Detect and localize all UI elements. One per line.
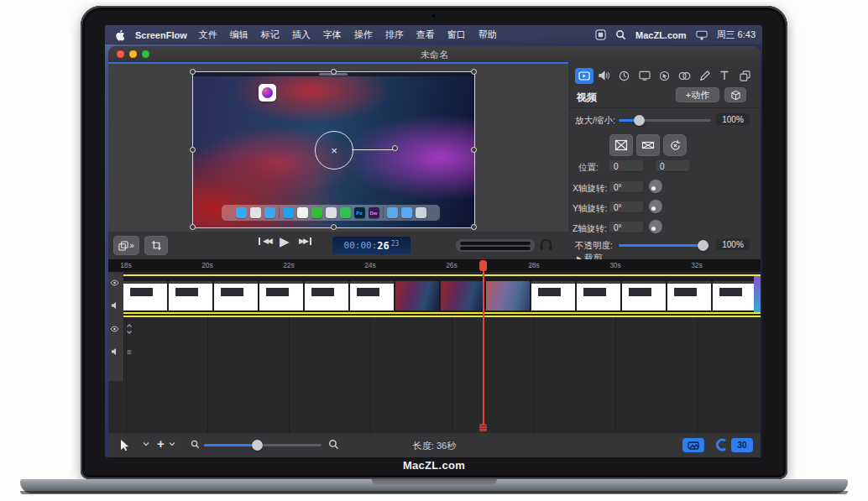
menu-item-4[interactable]: 字体 — [323, 29, 342, 41]
previous-frame-button[interactable]: ◀◀ — [259, 237, 271, 245]
crop-tool-button[interactable] — [144, 236, 168, 255]
inspector-tab-video-motion-icon[interactable] — [615, 68, 634, 84]
chrome-icon — [297, 207, 308, 218]
video-preview[interactable]: PsDw × — [193, 72, 474, 227]
canvas-area[interactable]: PsDw × — [108, 62, 568, 233]
menu-item-8[interactable]: 窗口 — [447, 29, 466, 41]
ruler-tick-28s: 28s — [528, 261, 540, 269]
y-rotation-label: Y轴旋转: — [573, 203, 604, 215]
opacity-value[interactable]: 100% — [716, 238, 750, 250]
clip-end-edge — [754, 276, 761, 312]
y-rotation-field[interactable]: 0° — [609, 201, 643, 213]
snapping-magnet-toggle[interactable] — [714, 438, 728, 451]
selection-handle-w[interactable] — [190, 147, 196, 153]
y-rotation-knob[interactable] — [649, 200, 662, 213]
parameters-cube-icon[interactable] — [724, 87, 746, 102]
ruler-tick-30s: 30s — [609, 261, 621, 269]
scale-to-fill-button[interactable] — [636, 134, 660, 156]
next-frame-button[interactable]: ▶▶ — [299, 237, 311, 245]
menu-bar-site-label[interactable]: MacZL.com — [635, 30, 687, 40]
inspector-tab-annotations-icon[interactable] — [695, 68, 714, 84]
separator — [383, 207, 384, 218]
headphones-icon[interactable] — [539, 237, 553, 251]
input-source-icon[interactable] — [595, 29, 606, 40]
bezel-watermark: MacZL.com — [0, 459, 868, 472]
x-rotation-knob[interactable] — [649, 180, 662, 193]
track2-visibility-eye-icon[interactable] — [110, 326, 119, 332]
crop-disclosure[interactable]: ▸ 裁剪 — [577, 252, 603, 259]
menu-item-6[interactable]: 排序 — [385, 29, 404, 41]
menu-item-9[interactable]: 帮助 — [478, 29, 497, 41]
selection-handle-n[interactable] — [331, 69, 337, 75]
add-action-button[interactable]: +动作 — [676, 87, 719, 102]
zoom-value[interactable]: 100% — [716, 113, 750, 125]
canvas-toolbar: » ◀◀ ▶ ▶▶ 00:00:2623 — [108, 232, 568, 259]
playhead-scrub-handle[interactable] — [479, 424, 487, 431]
playhead-pin[interactable] — [479, 260, 487, 271]
clip-thumbnail-10 — [577, 281, 620, 311]
playhead-line[interactable] — [483, 271, 484, 425]
screenflow-desktop-icon — [259, 84, 276, 102]
framerate-badge[interactable]: 30 — [731, 438, 753, 452]
video-clip[interactable] — [123, 274, 761, 314]
wallet-icon — [340, 207, 351, 218]
menu-item-5[interactable]: 操作 — [354, 29, 373, 41]
timeline-tracks[interactable]: ≡ ≡ — [108, 272, 761, 433]
screen-mirroring-icon[interactable] — [696, 30, 708, 40]
x-rotation-label: X轴旋转: — [573, 183, 604, 195]
z-rotation-knob[interactable] — [649, 220, 662, 233]
reset-transform-button[interactable] — [663, 134, 687, 156]
zoom-slider[interactable] — [619, 119, 711, 122]
menu-item-7[interactable]: 查看 — [416, 29, 435, 41]
selection-handle-nw[interactable] — [190, 69, 196, 75]
inspector-tab-text-icon[interactable] — [715, 68, 734, 84]
active-app-name[interactable]: ScreenFlow — [135, 30, 187, 40]
ruler-tick-20s: 20s — [201, 261, 213, 269]
window-titlebar: 未命名 — [108, 46, 761, 62]
track2-height-chevrons[interactable] — [126, 323, 133, 335]
x-rotation-field[interactable]: 0° — [609, 181, 643, 193]
media-library-button[interactable]: » — [113, 236, 139, 255]
selection-handle-ne[interactable] — [471, 69, 477, 75]
position-y-field[interactable]: 0 — [656, 160, 689, 172]
clip-thumbnail-12 — [667, 281, 711, 311]
menu-item-3[interactable]: 插入 — [292, 29, 311, 41]
menu-item-0[interactable]: 文件 — [199, 29, 217, 41]
z-rotation-field[interactable]: 0° — [609, 222, 643, 233]
track1-mute-speaker-icon[interactable] — [111, 301, 119, 310]
rotation-center-control[interactable]: × — [315, 131, 353, 170]
timeline-ruler[interactable]: 18s20s22s24s26s28s30s32s — [108, 259, 761, 272]
track2-drag-handle[interactable]: ≡ — [127, 348, 132, 356]
clip-thumbnail-0 — [123, 281, 167, 311]
inspector-tab-touch-callout-icon[interactable] — [675, 68, 693, 84]
track1-visibility-eye-icon[interactable] — [110, 279, 119, 286]
safari-icon — [264, 207, 275, 218]
thumbnails-toggle-button[interactable] — [682, 438, 704, 452]
inspector-tab-screen-recording-icon[interactable] — [635, 68, 654, 84]
menu-item-1[interactable]: 编辑 — [230, 29, 248, 41]
menu-item-2[interactable]: 标记 — [261, 29, 280, 41]
play-button[interactable]: ▶ — [280, 234, 290, 249]
selection-handle-se[interactable] — [471, 224, 477, 230]
photoshop-icon: Ps — [354, 207, 365, 218]
inspector-tabs — [572, 65, 757, 86]
menu-bar-clock[interactable]: 周三 6:43 — [717, 29, 756, 41]
selection-handle-s[interactable] — [331, 224, 337, 230]
selection-handle-sw[interactable] — [190, 224, 196, 230]
selection-handle-e[interactable] — [471, 147, 477, 153]
inspector-tab-audio-icon[interactable] — [595, 68, 614, 84]
apple-menu[interactable] — [115, 29, 125, 41]
inspector-tab-video-icon[interactable] — [575, 68, 593, 84]
search-icon[interactable] — [615, 29, 626, 40]
clip-thumbnail-8 — [486, 281, 530, 311]
scale-to-fit-button[interactable] — [609, 134, 633, 156]
timeline-length-label: 长度: 36秒 — [108, 440, 761, 452]
position-x-field[interactable]: 0 — [609, 160, 643, 172]
inspector-tab-media-library-icon[interactable] — [735, 68, 754, 84]
menu-bar-status: MacZL.com 周三 6:43 — [595, 25, 756, 44]
opacity-slider[interactable] — [619, 244, 709, 247]
rotation-handle[interactable] — [392, 145, 398, 151]
track2-mute-speaker-icon[interactable] — [111, 347, 119, 356]
inspector-tab-callout-icon[interactable] — [656, 68, 674, 84]
separator — [279, 207, 280, 218]
